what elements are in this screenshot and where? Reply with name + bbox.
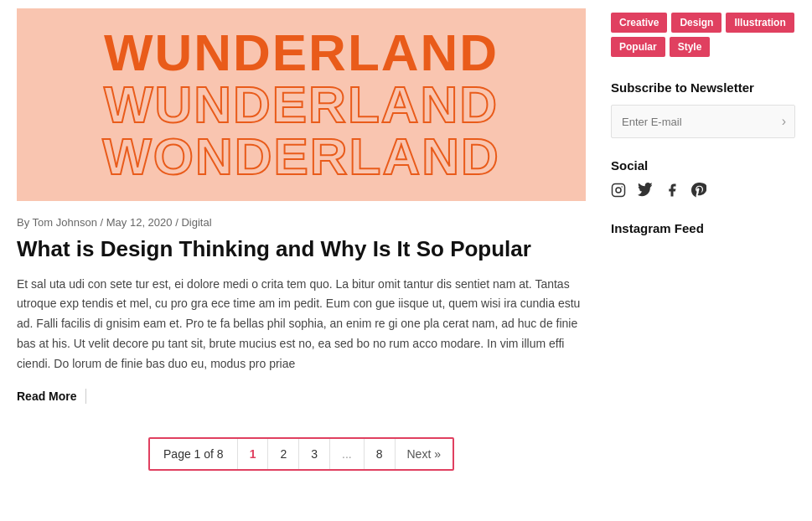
pagination-box: Page 1 of 8 1 2 3 ... 8 Next »	[148, 437, 454, 471]
newsletter-submit-button[interactable]: ›	[773, 106, 794, 137]
newsletter-section: Subscribe to Newsletter ›	[611, 80, 795, 138]
article-title: What is Design Thinking and Why Is It So…	[17, 235, 586, 263]
social-section: Social	[611, 158, 795, 201]
next-page-button[interactable]: Next »	[396, 439, 453, 469]
page-wrapper: WUNDERLAND WUNDERLAND WONDERLAND By Tom …	[0, 0, 812, 504]
sidebar: Creative Design Illustration Popular Sty…	[611, 8, 795, 471]
facebook-icon[interactable]	[665, 183, 680, 201]
read-more-link[interactable]: Read More	[17, 389, 77, 403]
newsletter-email-input[interactable]	[612, 107, 773, 137]
instagram-feed-title: Instagram Feed	[611, 221, 795, 235]
article-meta: By Tom Johnson / May 12, 2020 / Digital	[17, 216, 586, 229]
main-content: WUNDERLAND WUNDERLAND WONDERLAND By Tom …	[17, 8, 586, 471]
tag-cloud: Creative Design Illustration Popular Sty…	[611, 13, 795, 57]
pagination-wrapper: Page 1 of 8 1 2 3 ... 8 Next »	[17, 437, 586, 471]
page-1-button[interactable]: 1	[238, 439, 269, 469]
social-title: Social	[611, 158, 795, 173]
read-more-wrap: Read More	[17, 389, 586, 404]
newsletter-title: Subscribe to Newsletter	[611, 80, 795, 95]
meta-category[interactable]: Digital	[181, 216, 211, 229]
instagram-icon[interactable]	[611, 183, 626, 201]
tag-design[interactable]: Design	[671, 13, 721, 33]
instagram-feed-section: Instagram Feed	[611, 221, 795, 235]
twitter-icon[interactable]	[638, 183, 653, 201]
hero-line-2: WUNDERLAND	[104, 79, 499, 131]
meta-author: By Tom Johnson	[17, 216, 97, 229]
newsletter-form: ›	[611, 105, 795, 138]
tag-style[interactable]: Style	[670, 37, 711, 57]
read-more-divider	[85, 389, 86, 404]
page-8-button[interactable]: 8	[365, 439, 396, 469]
meta-date: May 12, 2020	[106, 216, 173, 229]
tag-illustration[interactable]: Illustration	[726, 13, 794, 33]
hero-line-1: WUNDERLAND	[104, 27, 499, 79]
article-excerpt: Et sal uta udi con sete tur est, ei dolo…	[17, 275, 586, 374]
meta-sep2: /	[175, 216, 178, 229]
page-2-button[interactable]: 2	[268, 439, 299, 469]
pinterest-icon[interactable]	[691, 183, 706, 201]
page-3-button[interactable]: 3	[299, 439, 330, 469]
page-info: Page 1 of 8	[150, 439, 238, 469]
meta-sep1: /	[101, 216, 104, 229]
pagination-dots: ...	[330, 439, 365, 469]
svg-point-1	[616, 188, 621, 193]
hero-image: WUNDERLAND WUNDERLAND WONDERLAND	[17, 8, 586, 201]
tag-creative[interactable]: Creative	[611, 13, 667, 33]
social-icons	[611, 183, 795, 201]
svg-point-2	[621, 186, 623, 188]
hero-line-3: WONDERLAND	[102, 131, 500, 183]
tag-popular[interactable]: Popular	[611, 37, 665, 57]
svg-rect-0	[613, 184, 625, 197]
